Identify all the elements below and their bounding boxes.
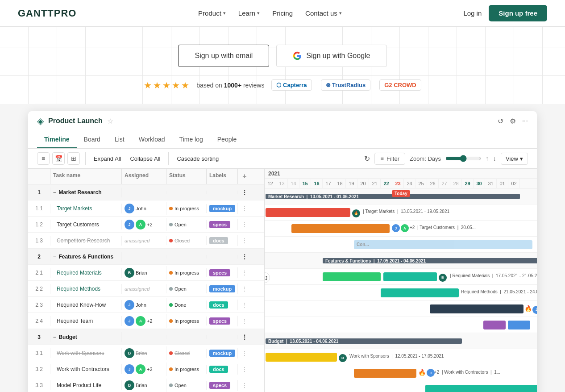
tab-workload[interactable]: Workload xyxy=(132,131,172,148)
gantt-bar[interactable] xyxy=(323,272,381,281)
label-badge: specs xyxy=(209,382,230,389)
day-cell: 20 xyxy=(357,179,369,188)
gantt-bar[interactable]: Features & Functions | 17.05.2021 - 04.0… xyxy=(323,258,537,263)
row-more-button[interactable]: ⋮ xyxy=(238,252,251,262)
status-dot xyxy=(169,223,173,226)
row-more-button[interactable]: ⋮ xyxy=(238,348,251,358)
chart-row: 🔥 | Target Markets | 13.05.2021 - 19.05.… xyxy=(265,204,537,221)
nav-contact[interactable]: Contact us ▾ xyxy=(305,9,342,17)
capterra-logo: ⬡ Capterra xyxy=(271,79,312,91)
more-options-icon[interactable]: ··· xyxy=(522,117,528,125)
login-button[interactable]: Log in xyxy=(463,9,482,17)
trustradius-logo: ⊛ TrustRadius xyxy=(321,79,371,91)
chart-row: Con... xyxy=(265,237,537,253)
row-more-button[interactable]: ⋮ xyxy=(238,204,251,213)
gantt-left-panel: Task name Assigned Status Labels + 1 − M… xyxy=(28,169,265,392)
gantt-bar[interactable] xyxy=(383,272,437,281)
settings-sliders-icon[interactable]: ⚙ xyxy=(510,117,516,125)
status-dot xyxy=(169,367,173,371)
row-more-button[interactable]: ⋮ xyxy=(238,300,251,310)
status-cell: Open xyxy=(166,220,207,229)
view-mode-icon[interactable]: ≡ xyxy=(37,152,50,165)
chevron-down-icon: ▾ xyxy=(257,10,260,16)
bar-label: | Target Markets | 13.05.2021 - 19.05.20… xyxy=(363,209,449,214)
row-more-button[interactable]: ⋮ xyxy=(238,220,251,229)
gantt-bar[interactable] xyxy=(266,353,337,362)
row-more-button[interactable]: ⋮ xyxy=(238,332,251,342)
status-cell: In progress xyxy=(166,204,207,213)
row-more-button[interactable]: ⋮ xyxy=(238,268,251,278)
row-more-button[interactable]: ⋮ xyxy=(238,284,251,294)
table-row: 3.3 Model Product Life B Brian Open spec… xyxy=(28,377,264,392)
nav-pricing[interactable]: Pricing xyxy=(272,9,293,17)
download-icon[interactable]: ↓ xyxy=(493,155,496,162)
day-cell: 22 xyxy=(381,179,392,188)
day-cell-today: 23 xyxy=(392,179,404,188)
star-4: ★ xyxy=(172,80,180,91)
labels-cell: docs xyxy=(207,235,238,246)
row-id: 1.2 xyxy=(28,220,50,229)
gantt-bar[interactable] xyxy=(291,224,390,233)
nav-product[interactable]: Product ▾ xyxy=(198,9,226,17)
cascade-sorting-button[interactable]: Cascade sorting xyxy=(174,154,221,164)
label-badge: specs xyxy=(209,269,230,276)
signup-email-button[interactable]: Sign up with email xyxy=(178,45,269,67)
row-more-button[interactable]: ⋮ xyxy=(238,380,251,390)
assigned-cell: B Brian xyxy=(122,379,166,392)
day-cell: 24 xyxy=(404,179,415,188)
stars: ★ ★ ★ ★ ★ xyxy=(144,80,189,91)
gantt-bar[interactable] xyxy=(354,369,416,378)
task-name-cell: − Market Research xyxy=(50,188,122,197)
gantt-bar[interactable]: Con... xyxy=(354,240,532,249)
upload-icon[interactable]: ↑ xyxy=(486,155,489,162)
calendar-icon[interactable]: 📅 xyxy=(52,152,65,165)
collapse-icon[interactable]: − xyxy=(53,254,56,259)
filter-button[interactable]: ≡ Filter xyxy=(374,153,405,165)
view-button[interactable]: View ▾ xyxy=(501,153,528,165)
table-row: 2 − Features & Functions ⋮ xyxy=(28,249,264,265)
tab-list[interactable]: List xyxy=(108,131,132,148)
avatar: B xyxy=(439,272,447,282)
row-id: 2 xyxy=(28,252,50,262)
tab-board[interactable]: Board xyxy=(77,131,108,148)
tab-timeline[interactable]: Timeline xyxy=(37,131,77,148)
collapse-icon[interactable]: − xyxy=(53,190,56,195)
history-icon[interactable]: ↺ xyxy=(498,117,503,125)
row-more-button[interactable]: ⋮ xyxy=(238,236,251,246)
row-id: 2.4 xyxy=(28,316,50,326)
assigned-cell: unassigned xyxy=(122,236,166,245)
gantt-bar[interactable] xyxy=(266,208,350,217)
refresh-icon[interactable]: ↻ xyxy=(364,154,370,163)
gantt-bar[interactable] xyxy=(483,321,506,329)
row-more-button[interactable]: ⋮ xyxy=(238,316,251,326)
gantt-bar[interactable] xyxy=(508,321,530,329)
day-cell: 21 xyxy=(369,179,381,188)
table-row: 3 − Budget ⋮ xyxy=(28,329,264,345)
gantt-bar[interactable] xyxy=(425,385,537,392)
labels-cell: mockup xyxy=(207,348,238,359)
status-dot xyxy=(169,303,173,307)
labels-cell: docs xyxy=(207,364,238,375)
row-more-button[interactable]: ⋮ xyxy=(238,188,251,197)
collapse-all-button[interactable]: Collapse All xyxy=(127,154,163,164)
zoom-slider[interactable] xyxy=(445,155,481,162)
favorite-star-icon[interactable]: ☆ xyxy=(107,117,113,125)
gantt-bar[interactable] xyxy=(381,288,459,297)
tab-people[interactable]: People xyxy=(210,131,244,148)
status-cell: Closed xyxy=(166,236,207,245)
collapse-icon[interactable]: − xyxy=(53,334,56,340)
expand-all-button[interactable]: Expand All xyxy=(91,154,124,164)
gantt-bar[interactable] xyxy=(430,304,523,313)
assigned-cell: J John xyxy=(122,202,166,215)
gantt-bar[interactable]: Budget | 13.05.2021 - 04.06.2021 xyxy=(266,338,462,344)
status-dot xyxy=(169,319,173,323)
row-more-button[interactable]: ⋮ xyxy=(238,364,251,374)
signup-button[interactable]: Sign up free xyxy=(489,5,547,21)
nav-learn[interactable]: Learn ▾ xyxy=(238,9,260,17)
signup-google-button[interactable]: Sign up with Google xyxy=(276,45,386,67)
tab-timelog[interactable]: Time log xyxy=(172,131,210,148)
layout-icon[interactable]: ⊞ xyxy=(67,152,80,165)
rating-text: based on 1000+ reviews xyxy=(196,82,264,89)
task-name-cell: Work with Contractors xyxy=(50,364,122,374)
add-column-button[interactable]: + xyxy=(238,169,251,184)
